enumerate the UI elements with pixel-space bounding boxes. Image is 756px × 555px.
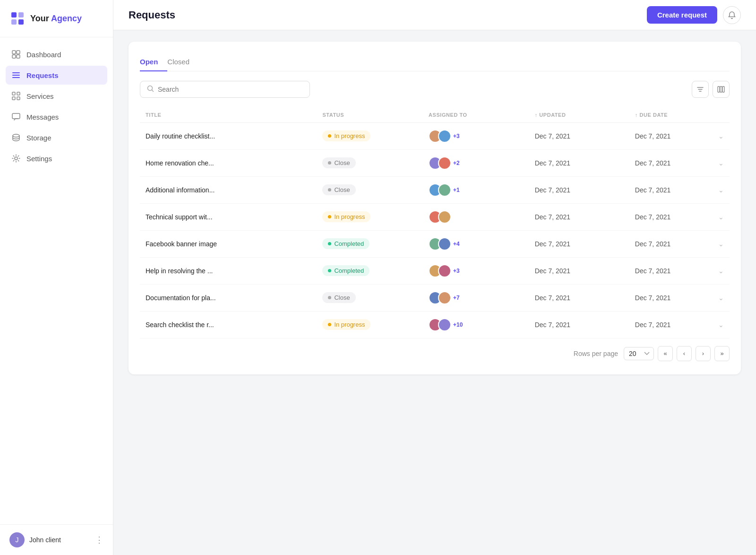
table-row[interactable]: Technical support wit... In progress Dec… — [140, 203, 730, 230]
gear-icon — [11, 154, 21, 163]
rows-per-page-select[interactable]: 20 10 50 100 — [624, 347, 654, 360]
row-assigned: +3 — [423, 122, 529, 149]
sidebar-item-services[interactable]: Services — [6, 87, 107, 105]
table-row[interactable]: Additional information... Close +1 Dec 7… — [140, 176, 730, 203]
row-assigned — [423, 203, 529, 230]
toolbar-actions — [692, 81, 730, 98]
notification-bell-button[interactable] — [723, 6, 741, 24]
table-row[interactable]: Home renovation che... Close +2 Dec 7, 2… — [140, 149, 730, 176]
row-expand-chevron[interactable]: ⌄ — [718, 294, 724, 302]
sidebar-item-settings[interactable]: Settings — [6, 149, 107, 168]
row-due-date: Dec 7, 2021 ⌄ — [629, 257, 730, 284]
row-title: Daily routine checklist... — [140, 122, 317, 149]
user-info: J John client — [9, 532, 61, 547]
table-row[interactable]: Facebook banner image Completed +4 Dec 7… — [140, 230, 730, 257]
svg-rect-20 — [720, 87, 722, 92]
row-due-date: Dec 7, 2021 ⌄ — [629, 203, 730, 230]
svg-rect-15 — [12, 113, 20, 119]
sidebar-item-label: Dashboard — [26, 51, 61, 59]
col-status: STATUS — [317, 107, 423, 123]
requests-card: Open Closed — [129, 42, 741, 374]
svg-rect-2 — [11, 19, 17, 25]
sidebar-nav: Dashboard Requests Services Messages — [0, 37, 113, 524]
col-updated[interactable]: ↑ UPDATED — [529, 107, 629, 123]
svg-rect-11 — [12, 92, 15, 95]
row-title: Technical support wit... — [140, 203, 317, 230]
prev-page-button[interactable]: ‹ — [677, 346, 692, 361]
row-due-date: Dec 7, 2021 ⌄ — [629, 311, 730, 338]
row-updated: Dec 7, 2021 — [529, 149, 629, 176]
last-page-button[interactable]: » — [714, 346, 730, 361]
row-expand-chevron[interactable]: ⌄ — [718, 321, 724, 329]
first-page-button[interactable]: « — [658, 346, 673, 361]
row-title: Facebook banner image — [140, 230, 317, 257]
svg-rect-12 — [17, 92, 20, 95]
filter-button[interactable] — [692, 81, 709, 98]
grid-icon — [11, 50, 21, 59]
svg-rect-21 — [722, 87, 724, 92]
row-expand-chevron[interactable]: ⌄ — [718, 213, 724, 221]
filter-icon — [696, 86, 704, 93]
search-box — [140, 81, 310, 98]
row-due-date: Dec 7, 2021 ⌄ — [629, 149, 730, 176]
row-title: Home renovation che... — [140, 149, 317, 176]
sidebar-item-dashboard[interactable]: Dashboard — [6, 45, 107, 64]
table-row[interactable]: Daily routine checklist... In progress +… — [140, 122, 730, 149]
svg-rect-4 — [12, 51, 16, 54]
sidebar-item-label: Storage — [26, 134, 52, 142]
row-assigned: +4 — [423, 230, 529, 257]
sidebar-item-label: Services — [26, 92, 54, 100]
sidebar-item-storage[interactable]: Storage — [6, 128, 107, 147]
row-expand-chevron[interactable]: ⌄ — [718, 186, 724, 194]
topbar-right: Create request — [647, 6, 741, 24]
row-status: In progress — [317, 122, 423, 149]
row-expand-chevron[interactable]: ⌄ — [718, 267, 724, 275]
sidebar-item-requests[interactable]: Requests — [6, 66, 107, 85]
row-updated: Dec 7, 2021 — [529, 176, 629, 203]
tab-closed[interactable]: Closed — [167, 53, 199, 71]
svg-rect-13 — [12, 97, 15, 100]
table-row[interactable]: Help in resolving the ... Completed +3 D… — [140, 257, 730, 284]
logo[interactable]: Your Agency — [0, 0, 113, 37]
sidebar-footer: J John client ⋮ — [0, 524, 113, 555]
row-assigned: +10 — [423, 311, 529, 338]
page-title: Requests — [129, 9, 175, 21]
row-expand-chevron[interactable]: ⌄ — [718, 132, 724, 140]
row-title: Additional information... — [140, 176, 317, 203]
sidebar-item-label: Requests — [26, 71, 59, 79]
svg-point-17 — [15, 157, 17, 160]
row-updated: Dec 7, 2021 — [529, 203, 629, 230]
table-row[interactable]: Documentation for pla... Close +7 Dec 7,… — [140, 284, 730, 311]
row-expand-chevron[interactable]: ⌄ — [718, 240, 724, 248]
squares-icon — [11, 91, 21, 101]
create-request-button[interactable]: Create request — [647, 6, 717, 24]
row-updated: Dec 7, 2021 — [529, 257, 629, 284]
avatar: J — [9, 532, 25, 547]
table-row[interactable]: Search checklist the r... In progress +1… — [140, 311, 730, 338]
row-status: Close — [317, 284, 423, 311]
row-expand-chevron[interactable]: ⌄ — [718, 159, 724, 167]
row-status: Completed — [317, 257, 423, 284]
svg-rect-19 — [718, 87, 720, 92]
pagination: Rows per page 20 10 50 100 « ‹ › » — [140, 338, 730, 363]
col-title: TITLE — [140, 107, 317, 123]
columns-button[interactable] — [713, 81, 730, 98]
sidebar-item-messages[interactable]: Messages — [6, 107, 107, 126]
row-status: Close — [317, 149, 423, 176]
row-assigned: +1 — [423, 176, 529, 203]
row-status: Close — [317, 176, 423, 203]
svg-rect-10 — [12, 77, 20, 78]
search-input[interactable] — [158, 86, 303, 93]
row-assigned: +3 — [423, 257, 529, 284]
chat-icon — [11, 112, 21, 121]
col-due-date[interactable]: ↑ DUE DATE — [629, 107, 730, 123]
row-title: Documentation for pla... — [140, 284, 317, 311]
svg-rect-7 — [17, 55, 20, 58]
content-area: Open Closed — [113, 30, 756, 555]
svg-rect-0 — [11, 12, 17, 17]
row-due-date: Dec 7, 2021 ⌄ — [629, 176, 730, 203]
next-page-button[interactable]: › — [696, 346, 711, 361]
row-assigned: +7 — [423, 284, 529, 311]
tab-open[interactable]: Open — [140, 53, 167, 71]
more-button[interactable]: ⋮ — [95, 535, 103, 545]
